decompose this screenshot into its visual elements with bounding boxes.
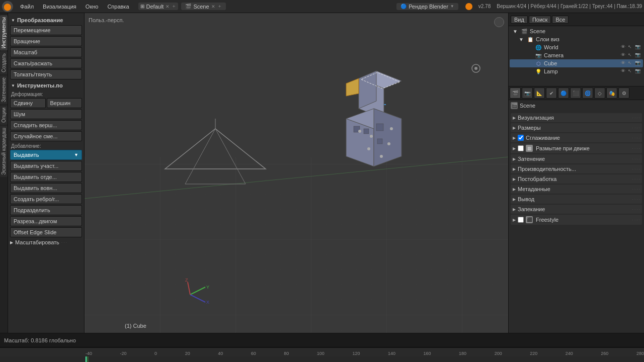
lamp-cursor-icon[interactable]: ↖ bbox=[628, 68, 634, 74]
prop-section-header-freestyle[interactable]: ▶ ⬛ Freestyle · · · · bbox=[511, 215, 642, 225]
prop-tab-render[interactable]: 📷 bbox=[522, 87, 533, 99]
btn-random[interactable]: Случайное сме... bbox=[10, 131, 82, 141]
btn-shift[interactable]: Сдвину bbox=[10, 98, 46, 108]
world-cursor-icon[interactable]: ↖ bbox=[628, 44, 634, 50]
cube-render-icon[interactable]: 📷 bbox=[635, 60, 641, 66]
prop-section-4: ▶ Затенение · · · · bbox=[511, 154, 642, 163]
prop-tab-gear[interactable]: ⚙ bbox=[618, 87, 629, 99]
outliner-item-world[interactable]: ▶ 🌐 World 👁 ↖ 📷 bbox=[510, 43, 643, 51]
arrow-bake: ▶ bbox=[513, 207, 516, 212]
menu-file[interactable]: Файл bbox=[16, 3, 38, 11]
btn-offset-edge[interactable]: Offset Edge Slide bbox=[10, 227, 82, 237]
tools-section-header[interactable]: Инструменты.по bbox=[10, 80, 82, 90]
prop-section-header-shading[interactable]: ▶ Затенение · · · · bbox=[511, 154, 642, 163]
layout-selector[interactable]: ⊞ Default ✕ ＋ bbox=[138, 3, 179, 10]
arrow-dims: ▶ bbox=[513, 126, 516, 130]
btn-move[interactable]: Перемещение bbox=[10, 25, 82, 35]
scene-type-icon: 🎬 bbox=[521, 28, 528, 35]
lamp-render-icon[interactable]: 📷 bbox=[635, 68, 641, 74]
btn-rotate[interactable]: Вращение bbox=[10, 36, 82, 46]
prop-section-header-smooth[interactable]: ▶ Сглаживание · · · · bbox=[511, 133, 642, 142]
tab-create[interactable]: Создать bbox=[0, 51, 8, 74]
prop-tab-check[interactable]: ✔ bbox=[546, 87, 557, 99]
btn-extrude-individual[interactable]: Выдавить отде... bbox=[10, 172, 82, 182]
prop-section-header-viz[interactable]: ▶ Визуализация · · · · bbox=[511, 113, 642, 122]
prop-checkbox-blur[interactable] bbox=[518, 145, 524, 151]
tl-mark-200: 200 bbox=[495, 351, 502, 356]
prop-tab-mask[interactable]: 🎭 bbox=[606, 87, 617, 99]
btn-noise[interactable]: Шум bbox=[10, 109, 82, 119]
outliner-item-layer[interactable]: ▼ 📋 Слои виз bbox=[510, 35, 643, 43]
prop-checkbox-freestyle[interactable] bbox=[518, 217, 524, 223]
tab-shading[interactable]: Затенение bbox=[0, 75, 8, 104]
viewport[interactable]: Польз.-персп. bbox=[85, 13, 508, 333]
prop-section-header-output[interactable]: ▶ Вывод · · · · bbox=[511, 195, 642, 204]
btn-loop-cut[interactable]: Разреза...двигом bbox=[10, 216, 82, 226]
btn-all-outliner[interactable]: Все bbox=[552, 16, 569, 24]
prop-section-header-perf[interactable]: ▶ Производительность... · · · · bbox=[511, 164, 642, 173]
tl-mark--20: -20 bbox=[120, 351, 127, 356]
viewport-nav-circle[interactable] bbox=[494, 17, 504, 27]
btn-extrude-inward[interactable]: Выдавить вовн... bbox=[10, 183, 82, 193]
menu-window[interactable]: Окно bbox=[82, 3, 103, 11]
btn-smooth[interactable]: Сгладить верш... bbox=[10, 120, 82, 130]
btn-create-edge[interactable]: Создать ребро/г... bbox=[10, 194, 82, 204]
prop-tab-spiral[interactable]: 🌀 bbox=[582, 87, 593, 99]
scale-status: Масштаб: 0.8186 глобально bbox=[4, 337, 76, 343]
prop-tab-scene[interactable]: 🎬 bbox=[510, 87, 521, 99]
tab-tools[interactable]: Инструменты bbox=[0, 15, 8, 50]
btn-vertex[interactable]: Вершин bbox=[47, 98, 83, 108]
camera-cursor-icon[interactable]: ↖ bbox=[628, 52, 634, 58]
outliner-item-camera[interactable]: ▶ 📷 Camera 👁 ↖ 📷 bbox=[510, 51, 643, 59]
btn-view-outliner[interactable]: Вид bbox=[511, 16, 528, 24]
scene-prop-icon: 🎬 bbox=[511, 102, 518, 109]
render-engine[interactable]: 🔵 Рендер Blender ▼ bbox=[396, 3, 458, 10]
lamp-eye-icon[interactable]: 👁 bbox=[621, 68, 627, 74]
btn-push-pull[interactable]: Толкать/тянуть bbox=[10, 69, 82, 79]
prop-section-header-bake[interactable]: ▶ Запекание · · · · bbox=[511, 205, 642, 214]
btn-scale[interactable]: Масштаб bbox=[10, 47, 82, 57]
scene-expand-icon: ▼ bbox=[512, 28, 519, 35]
prop-checkbox-smooth[interactable] bbox=[518, 135, 524, 141]
scene-header-row: 🎬 Scene bbox=[509, 100, 644, 111]
prop-tab-dims[interactable]: 📐 bbox=[534, 87, 545, 99]
prop-dots-perf: · · · · bbox=[632, 167, 640, 171]
transform-section-header[interactable]: Преобразование bbox=[10, 15, 82, 25]
world-render-icon[interactable]: 📷 bbox=[635, 44, 641, 50]
prop-dots-smooth: · · · · bbox=[632, 136, 640, 140]
camera-render-icon[interactable]: 📷 bbox=[635, 52, 641, 58]
prop-name-post: Постобработка bbox=[518, 176, 630, 182]
svg-marker-18 bbox=[374, 109, 401, 166]
tab-pencil[interactable]: Эскизный карандаш bbox=[0, 126, 8, 177]
prop-section-header-meta[interactable]: ▶ Метаданные · · · · bbox=[511, 185, 642, 194]
prop-dots-dims: · · · · bbox=[632, 126, 640, 130]
arrow-smooth: ▶ bbox=[513, 136, 516, 140]
btn-extrude-region[interactable]: Выдавить участ... bbox=[10, 161, 82, 171]
prop-tab-grid[interactable]: ⬛ bbox=[570, 87, 581, 99]
deform-label: Деформация: bbox=[10, 90, 82, 98]
menu-help[interactable]: Справка bbox=[103, 3, 133, 11]
outliner-item-lamp[interactable]: ▶ 💡 Lamp 👁 ↖ 📷 bbox=[510, 67, 643, 75]
outliner-item-scene[interactable]: ▼ 🎬 Scene bbox=[510, 27, 643, 35]
outliner-item-cube[interactable]: ▶ ⬡ Cube 👁 ↖ 📷 bbox=[510, 59, 643, 67]
btn-shrink[interactable]: Сжать/раcжать bbox=[10, 58, 82, 68]
camera-eye-icon[interactable]: 👁 bbox=[621, 52, 627, 58]
prop-section-header-post[interactable]: ▶ Постобработка · · · · bbox=[511, 174, 642, 184]
menu-viz[interactable]: Визализация bbox=[39, 3, 80, 11]
btn-subdivide[interactable]: Подразделить bbox=[10, 205, 82, 215]
world-eye-icon[interactable]: 👁 bbox=[621, 44, 627, 50]
cube-eye-icon[interactable]: 👁 bbox=[621, 60, 627, 66]
prop-tab-diamond[interactable]: ◇ bbox=[594, 87, 605, 99]
cube-cursor-icon[interactable]: ↖ bbox=[628, 60, 634, 66]
prop-name-bake: Запекание bbox=[518, 206, 630, 212]
extrude-dropdown[interactable]: Выдавить ▼ bbox=[10, 150, 82, 160]
prop-tab-dot[interactable]: 🔵 bbox=[558, 87, 569, 99]
scene-selector[interactable]: 🎬 Scene ✕ ＋ bbox=[181, 3, 225, 10]
prop-section-header-blur[interactable]: ▶ ▦ Размытие при движе · · · · bbox=[511, 143, 642, 153]
layer-label: Слои виз bbox=[536, 36, 641, 42]
prop-section-header-dims[interactable]: ▶ Размеры · · · · bbox=[511, 123, 642, 132]
tab-options[interactable]: Опции bbox=[0, 106, 8, 125]
timeline-track[interactable] bbox=[0, 356, 644, 362]
btn-search-outliner[interactable]: Поиск bbox=[529, 16, 551, 24]
svg-text:X: X bbox=[206, 300, 209, 305]
